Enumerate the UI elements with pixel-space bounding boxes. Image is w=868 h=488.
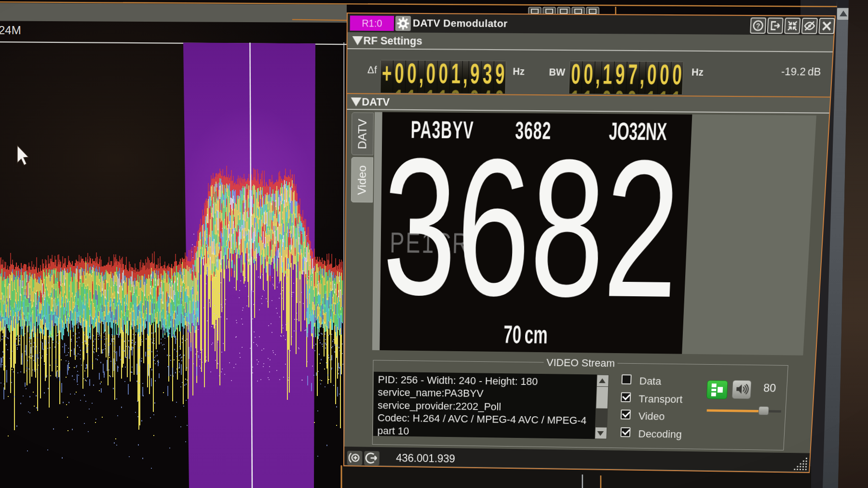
svg-text:?: ?: [756, 22, 760, 30]
svg-text:24M: 24M: [0, 24, 21, 37]
